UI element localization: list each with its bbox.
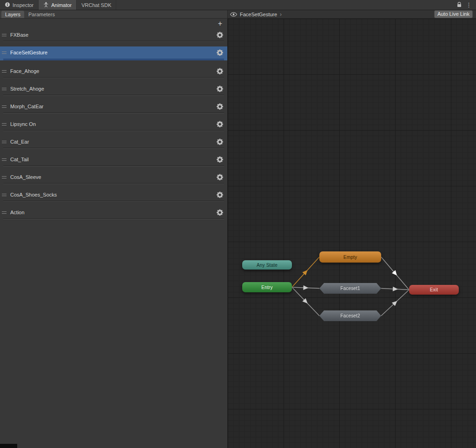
- layer-label: Stretch_Ahoge: [10, 86, 213, 92]
- gear-icon[interactable]: [217, 138, 223, 145]
- tab-inspector[interactable]: Inspector: [0, 0, 39, 10]
- layer-weight-slider[interactable]: [3, 165, 224, 166]
- layer-row[interactable]: Morph_CatEar: [0, 100, 227, 112]
- drag-handle-icon[interactable]: [2, 211, 7, 214]
- layer-label: Action: [10, 210, 213, 215]
- tab-vrchat-sdk[interactable]: VRChat SDK: [77, 0, 116, 10]
- layers-panel: + FXBase FaceSetGesture Face_Ahoge: [0, 19, 228, 448]
- layer-label: Face_Ahoge: [10, 68, 213, 74]
- layer-label: Lipsync On: [10, 121, 213, 127]
- add-layer-button[interactable]: +: [218, 20, 222, 27]
- layer-label: CosA_Shoes_Socks: [10, 192, 213, 198]
- chevron-right-icon: ›: [280, 12, 282, 17]
- gear-icon[interactable]: [217, 156, 223, 163]
- window-tabbar: Inspector Animator VRChat SDK ⋮: [0, 0, 476, 10]
- breadcrumb[interactable]: FaceSetGesture: [240, 12, 277, 17]
- sidebar-toolbar: Layers Parameters: [0, 10, 228, 18]
- layer-weight-slider[interactable]: [3, 59, 224, 60]
- state-node-faceset1[interactable]: Faceset1: [319, 283, 381, 294]
- gear-icon[interactable]: [217, 49, 223, 56]
- layer-weight-slider[interactable]: [3, 41, 224, 42]
- state-node-faceset2[interactable]: Faceset2: [319, 310, 381, 321]
- layer-row[interactable]: Stretch_Ahoge: [0, 83, 227, 95]
- layer-weight-slider[interactable]: [3, 77, 224, 78]
- layer-item-Action[interactable]: Action: [0, 206, 227, 219]
- drag-handle-icon[interactable]: [2, 123, 7, 125]
- drag-handle-icon[interactable]: [2, 141, 7, 143]
- layer-row[interactable]: CosA_Sleeve: [0, 171, 227, 183]
- kebab-menu-icon[interactable]: ⋮: [466, 2, 472, 8]
- layer-weight-slider[interactable]: [3, 112, 224, 113]
- transition-arrow-faceset1-to-exit[interactable]: [393, 287, 398, 291]
- layer-item-Lipsync On[interactable]: Lipsync On: [0, 118, 227, 131]
- layer-weight-slider[interactable]: [3, 95, 224, 96]
- bottom-left-strip: [0, 444, 17, 448]
- layer-item-CosA_Sleeve[interactable]: CosA_Sleeve: [0, 171, 227, 184]
- layer-weight-slider[interactable]: [3, 183, 224, 184]
- transition-arrow-entry-to-faceset1[interactable]: [303, 285, 308, 290]
- layer-item-Cat_Tail[interactable]: Cat_Tail: [0, 153, 227, 166]
- layer-label: CosA_Sleeve: [10, 174, 213, 180]
- layer-item-CosA_Shoes_Socks[interactable]: CosA_Shoes_Socks: [0, 189, 227, 202]
- layer-row[interactable]: FXBase: [0, 29, 227, 41]
- drag-handle-icon[interactable]: [2, 34, 7, 36]
- gear-icon[interactable]: [217, 86, 223, 92]
- animator-toolbar: Layers Parameters FaceSetGesture › Auto …: [0, 10, 476, 19]
- layer-row[interactable]: Lipsync On: [0, 118, 227, 130]
- drag-handle-icon[interactable]: [2, 105, 7, 108]
- layer-item-Stretch_Ahoge[interactable]: Stretch_Ahoge: [0, 83, 227, 96]
- state-node-exit[interactable]: Exit: [409, 285, 459, 295]
- drag-handle-icon[interactable]: [2, 88, 7, 90]
- tab-animator[interactable]: Animator: [39, 0, 77, 10]
- layer-row[interactable]: Cat_Ear: [0, 136, 227, 148]
- layer-label: FaceSetGesture: [10, 50, 213, 55]
- main-area: + FXBase FaceSetGesture Face_Ahoge: [0, 19, 476, 448]
- layer-row[interactable]: Face_Ahoge: [0, 65, 227, 77]
- layer-label: Morph_CatEar: [10, 104, 213, 109]
- gear-icon[interactable]: [217, 174, 223, 180]
- gear-icon[interactable]: [217, 191, 223, 198]
- breadcrumb-bar: FaceSetGesture › Auto Live Link: [228, 10, 476, 18]
- gear-icon[interactable]: [217, 68, 223, 74]
- gear-icon[interactable]: [217, 121, 223, 127]
- layer-weight-slider[interactable]: [3, 148, 224, 149]
- layer-label: Cat_Tail: [10, 157, 213, 162]
- drag-handle-icon[interactable]: [2, 52, 7, 54]
- graph-canvas[interactable]: Any StateEntryEmptyFaceset1Faceset2Exit: [228, 19, 476, 448]
- unity-animator-window: Inspector Animator VRChat SDK ⋮ Layers P…: [0, 0, 476, 448]
- drag-handle-icon[interactable]: [2, 176, 7, 178]
- gear-icon[interactable]: [217, 103, 223, 110]
- layer-weight-slider[interactable]: [3, 130, 224, 131]
- gear-icon[interactable]: [217, 32, 223, 38]
- layer-row[interactable]: FaceSetGesture: [0, 46, 227, 59]
- layer-row[interactable]: Cat_Tail: [0, 153, 227, 165]
- layer-row[interactable]: Action: [0, 206, 227, 218]
- layers-tab[interactable]: Layers: [1, 11, 24, 18]
- layer-label: Cat_Ear: [10, 139, 213, 145]
- layer-weight-slider[interactable]: [3, 218, 224, 219]
- lock-icon[interactable]: [457, 1, 462, 9]
- parameters-tab[interactable]: Parameters: [25, 11, 59, 18]
- state-node-empty[interactable]: Empty: [319, 251, 381, 263]
- layers-list: FXBase FaceSetGesture Face_Ahoge Stret: [0, 29, 227, 448]
- drag-handle-icon[interactable]: [2, 194, 7, 196]
- info-icon: [5, 2, 10, 8]
- layer-weight-slider[interactable]: [3, 201, 224, 202]
- layers-panel-header: +: [0, 19, 227, 29]
- eye-icon[interactable]: [230, 10, 237, 19]
- drag-handle-icon[interactable]: [2, 70, 7, 72]
- layer-item-FaceSetGesture[interactable]: FaceSetGesture: [0, 46, 227, 60]
- state-node-any_state[interactable]: Any State: [242, 260, 292, 270]
- animator-icon: [43, 2, 49, 8]
- auto-live-link-button[interactable]: Auto Live Link: [434, 10, 473, 18]
- tab-label: Inspector: [13, 2, 33, 8]
- layer-row[interactable]: CosA_Shoes_Socks: [0, 189, 227, 201]
- drag-handle-icon[interactable]: [2, 158, 7, 161]
- layer-item-Morph_CatEar[interactable]: Morph_CatEar: [0, 100, 227, 113]
- layer-item-FXBase[interactable]: FXBase: [0, 29, 227, 42]
- state-node-entry[interactable]: Entry: [242, 282, 292, 292]
- layer-item-Cat_Ear[interactable]: Cat_Ear: [0, 136, 227, 149]
- gear-icon[interactable]: [217, 209, 223, 216]
- tab-label: VRChat SDK: [81, 2, 111, 8]
- layer-item-Face_Ahoge[interactable]: Face_Ahoge: [0, 65, 227, 78]
